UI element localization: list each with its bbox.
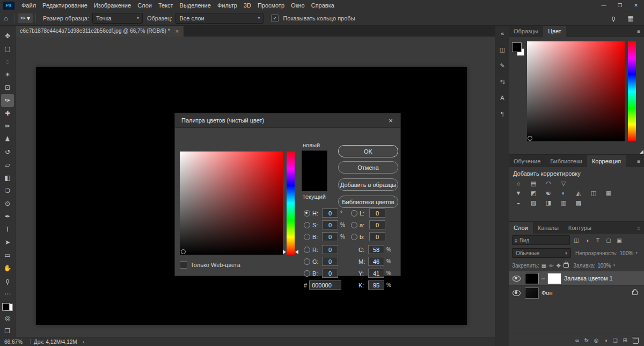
gradient-map-icon[interactable]: ▥ xyxy=(558,198,569,207)
menu-view[interactable]: Просмотр xyxy=(254,0,288,11)
eyedropper-tool[interactable]: ✑ xyxy=(1,94,14,107)
menu-3d[interactable]: 3D xyxy=(240,0,254,11)
rgb-r-radio[interactable] xyxy=(304,247,310,253)
delete-layer-icon[interactable] xyxy=(633,338,639,344)
home-icon[interactable]: ⌂ xyxy=(0,15,12,22)
fill-value[interactable]: 100% xyxy=(597,263,611,269)
gradient-tool[interactable]: ◧ xyxy=(1,171,14,184)
mask-link-icon[interactable]: ∞ xyxy=(541,276,545,281)
fill-layer-thumbnail[interactable] xyxy=(525,273,539,284)
menu-filter[interactable]: Фильтр xyxy=(214,0,240,11)
menu-file[interactable]: Файл xyxy=(18,0,39,11)
new-adjustment-layer-icon[interactable]: ◑ xyxy=(604,337,608,343)
search-icon[interactable]: ϙ xyxy=(608,15,619,22)
web-colors-checkbox[interactable] xyxy=(180,261,187,269)
hue-marker-right-icon[interactable] xyxy=(295,250,298,254)
vibrance-icon[interactable]: ▼ xyxy=(513,189,524,197)
history-brush-tool[interactable]: ↺ xyxy=(1,146,14,158)
color-field-marker[interactable] xyxy=(528,136,532,141)
toolbar-ellipsis-icon[interactable]: ⋯ xyxy=(1,287,14,300)
tab-color[interactable]: Цвет xyxy=(543,25,566,37)
rgb-r-input[interactable] xyxy=(322,245,338,254)
path-selection-tool[interactable]: ➤ xyxy=(1,236,14,249)
zoom-level-field[interactable]: 66,67% xyxy=(0,339,27,345)
invert-icon[interactable]: ◒ xyxy=(513,198,524,207)
layer-row-background[interactable]: Фон xyxy=(509,286,644,300)
pen-tool[interactable]: ✒ xyxy=(1,210,14,223)
rgb-b-radio[interactable] xyxy=(304,270,310,277)
tab-swatches[interactable]: Образцы xyxy=(509,25,543,37)
dodge-tool[interactable]: ⊙ xyxy=(1,197,14,210)
hue-marker-left-icon[interactable] xyxy=(283,250,286,254)
opacity-value[interactable]: 100% xyxy=(620,250,634,256)
lab-a-radio[interactable] xyxy=(351,222,357,228)
new-group-icon[interactable]: ❏ xyxy=(613,337,618,343)
hsb-s-radio[interactable] xyxy=(304,222,310,228)
hue-slider[interactable] xyxy=(287,152,295,255)
clone-source-panel-icon[interactable]: ⇆ xyxy=(496,76,509,88)
panel-menu-icon[interactable]: ≡ xyxy=(633,155,644,167)
layer-visibility-toggle[interactable] xyxy=(511,286,522,300)
hsb-s-input[interactable] xyxy=(322,220,338,229)
brightness-contrast-icon[interactable]: ☼ xyxy=(513,179,524,188)
menu-type[interactable]: Текст xyxy=(155,0,177,11)
layer-name[interactable]: Фон xyxy=(541,290,553,296)
layer-style-icon[interactable]: fx xyxy=(584,337,589,343)
threshold-icon[interactable]: ◨ xyxy=(543,198,554,207)
link-layers-icon[interactable]: ∞ xyxy=(575,337,579,343)
lab-b-input[interactable] xyxy=(369,232,385,241)
tab-adjustments[interactable]: Коррекция xyxy=(587,155,626,167)
color-field-marker[interactable] xyxy=(181,249,186,254)
close-button[interactable]: ✕ xyxy=(628,0,644,11)
hand-tool[interactable]: ✋ xyxy=(1,262,14,275)
magic-wand-tool[interactable]: ✶ xyxy=(1,68,14,81)
layer-name[interactable]: Заливка цветом 1 xyxy=(564,275,613,282)
cmyk-k-input[interactable] xyxy=(368,280,384,290)
menu-window[interactable]: Окно xyxy=(288,0,308,11)
photo-filter-icon[interactable]: ◭ xyxy=(573,189,584,197)
color-lookup-icon[interactable]: ▦ xyxy=(603,189,614,197)
filter-pixel-layers-icon[interactable]: ◫ xyxy=(572,237,581,243)
clone-stamp-tool[interactable]: ♟ xyxy=(1,133,14,146)
lab-b-radio[interactable] xyxy=(351,234,357,240)
menu-edit[interactable]: Редактирование xyxy=(39,0,91,11)
tab-layers[interactable]: Слои xyxy=(509,222,533,234)
eraser-tool[interactable]: ▱ xyxy=(1,158,14,171)
posterize-icon[interactable]: ▨ xyxy=(528,198,539,207)
probe-ring-checkbox[interactable]: ✓ xyxy=(271,15,279,22)
hsb-h-radio[interactable] xyxy=(304,210,310,217)
color-libraries-button[interactable]: Библиотеки цветов xyxy=(338,196,398,208)
color-balance-icon[interactable]: ☯ xyxy=(543,189,554,197)
filter-smart-objects-icon[interactable]: ▣ xyxy=(615,237,624,243)
hue-saturation-icon[interactable]: ◩ xyxy=(528,189,539,197)
hsb-b-radio[interactable] xyxy=(304,234,310,240)
healing-brush-tool[interactable]: ✚ xyxy=(1,107,14,120)
lab-a-input[interactable] xyxy=(369,220,385,229)
lab-l-input[interactable] xyxy=(369,208,385,218)
channel-mixer-icon[interactable]: ◫ xyxy=(588,189,599,197)
lock-all-icon[interactable] xyxy=(564,263,569,268)
ok-button[interactable]: OK xyxy=(338,145,398,157)
zoom-tool[interactable]: ϙ xyxy=(1,275,14,287)
tab-channels[interactable]: Каналы xyxy=(533,222,564,234)
levels-icon[interactable]: ▤ xyxy=(528,179,539,188)
hex-input[interactable] xyxy=(309,280,341,290)
properties-panel-icon[interactable]: ◫ xyxy=(496,44,509,55)
cmyk-m-input[interactable] xyxy=(368,257,384,266)
brush-settings-panel-icon[interactable]: ✎ xyxy=(496,60,509,71)
menu-image[interactable]: Изображение xyxy=(91,0,134,11)
lock-pixels-icon[interactable]: ✏ xyxy=(549,263,553,269)
lasso-tool[interactable]: ◌ xyxy=(1,55,14,68)
tab-paths[interactable]: Контуры xyxy=(564,222,596,234)
new-layer-icon[interactable]: ⊞ xyxy=(623,337,627,343)
rgb-g-radio[interactable] xyxy=(304,258,310,265)
add-to-swatches-button[interactable]: Добавить в образцы xyxy=(338,178,398,191)
sample-size-select[interactable]: Точка ▾ xyxy=(92,13,143,24)
panel-menu-icon[interactable]: ≡ xyxy=(633,25,644,37)
tab-libraries[interactable]: Библиотеки xyxy=(545,155,587,167)
paragraph-panel-icon[interactable]: ¶ xyxy=(496,108,509,120)
menu-help[interactable]: Справка xyxy=(308,0,338,11)
collapse-panels-icon[interactable]: « xyxy=(496,27,509,39)
rgb-g-input[interactable] xyxy=(322,257,338,266)
menu-layers[interactable]: Слои xyxy=(134,0,155,11)
